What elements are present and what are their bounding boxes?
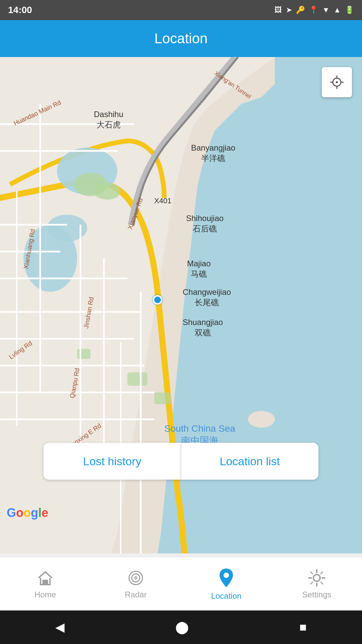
nav-label-home: Home <box>35 590 56 599</box>
nav-item-location[interactable]: Location <box>206 567 246 601</box>
lost-history-button[interactable]: Lost history <box>44 443 181 480</box>
page-title: Location <box>155 31 208 47</box>
home-icon <box>36 569 55 587</box>
svg-point-38 <box>135 577 136 579</box>
map-label-x401: X401 <box>154 196 171 206</box>
gallery-icon: 🖼 <box>275 6 282 14</box>
crosshair-icon <box>328 74 345 91</box>
location-nav-icon <box>217 567 236 589</box>
send-icon: ➤ <box>286 6 292 14</box>
svg-point-39 <box>224 573 229 578</box>
back-button[interactable]: ◀ <box>55 620 65 634</box>
svg-rect-8 <box>127 372 147 386</box>
svg-rect-9 <box>154 392 171 404</box>
svg-point-40 <box>313 575 320 581</box>
app-bar: Location <box>0 20 362 57</box>
svg-point-7 <box>94 183 121 200</box>
recent-button[interactable]: ■ <box>299 620 307 634</box>
location-status-icon: 📍 <box>309 6 318 14</box>
nav-item-home[interactable]: Home <box>25 569 65 599</box>
location-marker <box>153 295 162 305</box>
svg-rect-10 <box>77 349 90 359</box>
map-container[interactable]: Dashihu大石虎 Banyangjiao半洋礁 X401 Shihoujia… <box>0 57 362 553</box>
svg-point-11 <box>248 411 275 428</box>
radar-icon <box>126 569 145 587</box>
status-bar: 14:00 🖼 ➤ 🔑 📍 ▼ ▲ 🔋 <box>0 0 362 20</box>
gps-button[interactable] <box>322 67 352 97</box>
nav-label-settings: Settings <box>302 590 331 599</box>
battery-icon: 🔋 <box>345 6 354 14</box>
google-logo: Google <box>7 506 48 520</box>
signal-icon: ▲ <box>334 6 341 14</box>
wifi-icon: ▼ <box>322 6 329 14</box>
map-label-majiao: Majiao马礁 <box>187 258 211 279</box>
location-list-button[interactable]: Location list <box>181 443 319 480</box>
nav-label-radar: Radar <box>125 590 146 599</box>
map-label-changweijiao: Changweijiao长尾礁 <box>183 287 231 308</box>
map-label-shuangjiao: Shuangjiao双礁 <box>183 317 223 338</box>
key-icon: 🔑 <box>296 6 305 14</box>
action-panel: Lost history Location list <box>44 443 318 480</box>
bottom-nav: Home Radar Location Settings <box>0 557 362 610</box>
status-icons: 🖼 ➤ 🔑 📍 ▼ ▲ 🔋 <box>275 6 354 14</box>
settings-icon <box>307 569 326 587</box>
home-button[interactable]: ⬤ <box>175 620 189 634</box>
svg-rect-34 <box>43 580 48 585</box>
nav-label-location: Location <box>211 591 242 601</box>
svg-point-29 <box>336 81 338 83</box>
map-label-dashihu: Dashihu大石虎 <box>94 109 123 130</box>
map-label-banyangjiao: Banyangjiao半洋礁 <box>191 143 235 163</box>
nav-item-settings[interactable]: Settings <box>297 569 337 599</box>
map-label-shihoujiao: Shihoujiao石后礁 <box>186 213 224 234</box>
google-logo-text: G <box>7 506 16 520</box>
status-time: 14:00 <box>8 5 32 15</box>
nav-item-radar[interactable]: Radar <box>116 569 156 599</box>
sys-nav: ◀ ⬤ ■ <box>0 610 362 644</box>
